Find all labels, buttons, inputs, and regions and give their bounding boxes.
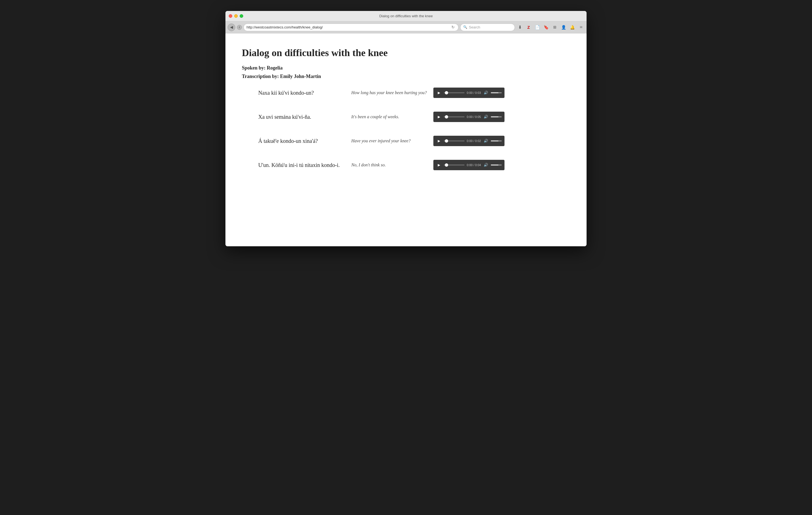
back-icon: ◀ (230, 25, 233, 30)
volume-button-2[interactable]: 🔊 (483, 114, 489, 120)
minimize-button[interactable] (234, 14, 238, 18)
search-placeholder: Search (469, 25, 480, 29)
native-text-3: Á takuě'e kondo-un xina'á? (242, 137, 346, 145)
toolbar-icons: ⬇ Z 📄 🔖 ⊞ 👤 🔔 ≡ (517, 24, 584, 31)
title-bar: Dialog on difficulties with the knee (226, 11, 586, 21)
download-icon[interactable]: ⬇ (517, 24, 523, 31)
volume-button-3[interactable]: 🔊 (483, 138, 489, 144)
progress-bar-3[interactable] (444, 140, 465, 141)
progress-bar-1[interactable] (444, 92, 465, 93)
audio-player-1: ▶ 0:00 / 0:03 🔊 (433, 88, 504, 98)
volume-slider-4[interactable] (491, 165, 502, 166)
menu-icon[interactable]: ≡ (578, 24, 584, 31)
browser-window: Dialog on difficulties with the knee ◀ i… (226, 11, 586, 246)
back-button[interactable]: ◀ (228, 24, 235, 31)
window-title: Dialog on difficulties with the knee (379, 14, 433, 18)
info-icon: i (239, 26, 240, 29)
dialog-entry-1: Naxa kií kú'vi kondo-un? How long has yo… (242, 88, 570, 98)
dialog-entry-2: Xa uvi semána kú'vi-ña. It's been a coup… (242, 112, 570, 122)
volume-slider-1[interactable] (491, 92, 502, 93)
time-display-1: 0:00 / 0:03 (467, 91, 481, 94)
zotero-icon[interactable]: Z (525, 24, 532, 31)
time-display-4: 0:00 / 0:04 (467, 163, 481, 167)
info-button[interactable]: i (237, 25, 242, 30)
dialog-entry-4: U'un. Köñú'u ini-i tú nitaxin kondo-i. N… (242, 160, 570, 170)
transcription-by: Transcription by: Emily John-Martin (242, 74, 570, 79)
audio-player-4: ▶ 0:00 / 0:04 🔊 (433, 160, 504, 170)
search-icon: 🔍 (463, 25, 467, 29)
dialog-entry-3: Á takuě'e kondo-un xina'á? Have you ever… (242, 136, 570, 146)
play-button-1[interactable]: ▶ (436, 90, 441, 95)
person-icon[interactable]: 👤 (560, 24, 567, 31)
native-text-2: Xa uvi semána kú'vi-ña. (242, 113, 346, 121)
refresh-button[interactable]: ↻ (451, 25, 456, 30)
audio-player-2: ▶ 0:00 / 0:05 🔊 (433, 112, 504, 122)
bookmark-icon[interactable]: 🔖 (543, 24, 549, 31)
progress-handle-4[interactable] (445, 163, 448, 167)
volume-slider-2[interactable] (491, 116, 502, 117)
page-title: Dialog on difficulties with the knee (242, 47, 570, 59)
time-display-2: 0:00 / 0:05 (467, 115, 481, 118)
progress-handle-2[interactable] (445, 115, 448, 118)
progress-handle-3[interactable] (445, 139, 448, 143)
audio-player-3: ▶ 0:00 / 0:02 🔊 (433, 136, 504, 146)
grid-icon[interactable]: ⊞ (552, 24, 558, 31)
progress-bar-2[interactable] (444, 116, 465, 117)
dialog-entries: Naxa kií kú'vi kondo-un? How long has yo… (242, 88, 570, 170)
volume-button-1[interactable]: 🔊 (483, 90, 489, 95)
native-text-1: Naxa kií kú'vi kondo-un? (242, 89, 346, 97)
translation-text-3: Have you ever injured your knee? (351, 138, 428, 144)
bell-icon[interactable]: 🔔 (569, 24, 576, 31)
toolbar: ◀ i http://westcoastmixtecs.com/health/k… (226, 21, 586, 33)
volume-button-4[interactable]: 🔊 (483, 162, 489, 168)
play-button-2[interactable]: ▶ (436, 114, 441, 120)
volume-slider-3[interactable] (491, 140, 502, 141)
time-display-3: 0:00 / 0:02 (467, 139, 481, 143)
progress-bar-4[interactable] (444, 165, 465, 166)
close-button[interactable] (229, 14, 232, 18)
translation-text-2: It's been a couple of weeks. (351, 114, 428, 120)
native-text-4: U'un. Köñú'u ini-i tú nitaxin kondo-i. (242, 161, 346, 169)
search-bar[interactable]: 🔍 Search (460, 24, 515, 31)
translation-text-4: No, I don't think so. (351, 162, 428, 168)
fullscreen-button[interactable] (240, 14, 243, 18)
traffic-lights (229, 14, 243, 18)
progress-handle-1[interactable] (445, 91, 448, 94)
refresh-icon: ↻ (452, 25, 455, 30)
play-button-4[interactable]: ▶ (436, 162, 441, 168)
url-bar[interactable]: http://westcoastmixtecs.com/health/knee_… (243, 24, 459, 31)
spoken-by: Spoken by: Rogelia (242, 65, 570, 71)
page-icon[interactable]: 📄 (534, 24, 541, 31)
page-content: Dialog on difficulties with the knee Spo… (226, 33, 586, 246)
play-button-3[interactable]: ▶ (436, 138, 441, 144)
url-text: http://westcoastmixtecs.com/health/knee_… (246, 25, 449, 29)
translation-text-1: How long has your knee been hurting you? (351, 89, 428, 96)
